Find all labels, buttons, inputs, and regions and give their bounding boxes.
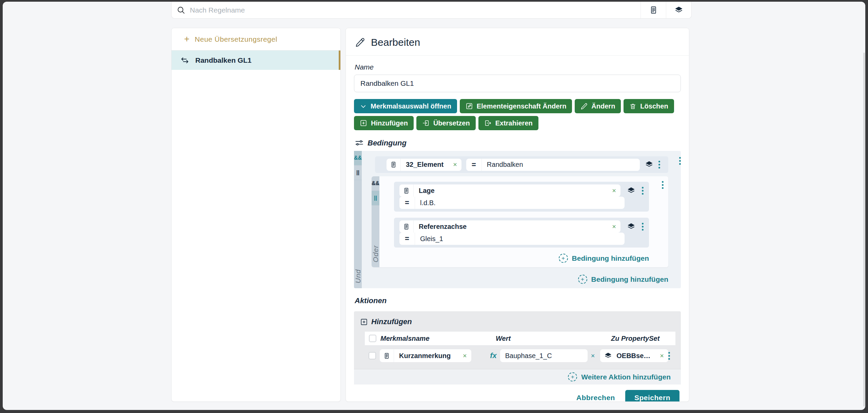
remove-property-button[interactable]: × xyxy=(608,187,620,195)
operator-selector[interactable]: = xyxy=(399,197,415,209)
new-rule-label: Neue Übersetzungsregel xyxy=(195,35,277,43)
search-input[interactable] xyxy=(190,2,640,18)
remove-merkmal-button[interactable]: × xyxy=(458,352,471,360)
condition-value[interactable]: Randbalken xyxy=(482,161,528,169)
change-element-property-button[interactable]: Elementeigenschaft Ändern xyxy=(460,99,572,113)
button-label: Ändern xyxy=(591,102,615,110)
pencil-icon xyxy=(580,103,588,110)
rule-name-input[interactable] xyxy=(354,75,681,92)
actions-add-header[interactable]: Hinzufügen xyxy=(360,317,675,326)
action-row: Kurzanmerkung × fx Bauphase_1_C × xyxy=(365,345,675,366)
delete-button[interactable]: Löschen xyxy=(624,99,674,113)
condition-row-menu-button[interactable] xyxy=(658,161,660,169)
propertyset-chip[interactable]: OEBBse… × xyxy=(600,349,668,362)
condition-row-menu-button[interactable] xyxy=(642,223,644,231)
layers-filter-button[interactable] xyxy=(666,2,691,18)
extract-button[interactable]: Extrahieren xyxy=(478,116,538,130)
add-condition-link-outer[interactable]: + Bedingung hinzufügen xyxy=(375,275,668,284)
plus-square-icon xyxy=(360,119,367,127)
plus-icon: + xyxy=(184,35,190,44)
operator-selector[interactable]: = xyxy=(466,159,482,171)
pencil-icon xyxy=(355,37,365,47)
document-icon xyxy=(380,349,394,362)
remove-property-button[interactable]: × xyxy=(608,223,620,231)
nested-group-rail: && || Oder xyxy=(372,176,379,267)
property-name: 32_Element xyxy=(401,161,449,169)
add-condition-link-nested[interactable]: + Bedingung hinzufügen xyxy=(394,254,649,263)
propertyset-button[interactable] xyxy=(627,186,636,195)
condition-card: Lage × xyxy=(394,182,649,212)
button-label: Hinzufügen xyxy=(371,119,408,127)
swap-arrows-icon xyxy=(180,56,190,65)
change-button[interactable]: Ändern xyxy=(575,99,621,113)
action-row-menu-button[interactable] xyxy=(668,352,670,360)
layers-icon xyxy=(674,5,684,15)
document-filter-button[interactable] xyxy=(641,2,666,18)
outer-or-toggle[interactable]: || xyxy=(354,165,362,180)
outer-group-menu-button[interactable] xyxy=(679,157,681,165)
scrollbar[interactable] xyxy=(863,53,865,407)
property-name: Referenzachse xyxy=(414,223,472,231)
rule-list-item[interactable]: Randbalken GL1 xyxy=(172,51,340,70)
outer-and-toggle[interactable]: && xyxy=(354,151,362,165)
button-label: Extrahieren xyxy=(495,119,533,127)
layers-icon xyxy=(627,222,636,231)
document-icon xyxy=(387,159,401,171)
property-chip[interactable]: Referenzachse × xyxy=(399,220,620,233)
content-columns: + Neue Übersetzungsregel Randbalken GL1 … xyxy=(171,28,689,402)
rule-list-panel: + Neue Übersetzungsregel Randbalken GL1 xyxy=(171,28,341,402)
condition-card: Referenzachse × xyxy=(394,218,649,248)
property-chip[interactable]: Lage × xyxy=(399,184,620,197)
property-chip[interactable]: 32_Element × xyxy=(387,159,461,171)
select-all-checkbox[interactable] xyxy=(369,335,376,342)
actions-panel: Hinzufügen Merkmalsname Wert Zu Property… xyxy=(354,311,681,383)
cancel-button[interactable]: Abbrechen xyxy=(576,394,615,402)
add-button[interactable]: Hinzufügen xyxy=(354,116,414,130)
actions-table: Merkmalsname Wert Zu PropertySet xyxy=(365,332,675,366)
condition-value[interactable]: l.d.B. xyxy=(415,199,441,207)
sliders-icon xyxy=(355,138,364,148)
save-button[interactable]: Speichern xyxy=(625,390,679,402)
condition-value[interactable]: Gleis_1 xyxy=(415,235,448,243)
open-attribute-selection-button[interactable]: Merkmalsauswahl öffnen xyxy=(354,99,457,113)
row-checkbox[interactable] xyxy=(369,352,376,359)
button-label: Merkmalsauswahl öffnen xyxy=(371,102,451,110)
clear-wert-button[interactable]: × xyxy=(591,352,595,360)
remove-propertyset-button[interactable]: × xyxy=(655,352,668,360)
nested-or-toggle[interactable]: || xyxy=(372,191,379,205)
section-title: Bedingung xyxy=(368,139,407,148)
app-window: + Neue Übersetzungsregel Randbalken GL1 … xyxy=(3,2,865,410)
add-action-link[interactable]: + Weitere Aktion hinzufügen xyxy=(568,372,671,381)
name-label: Name xyxy=(355,63,680,71)
plus-square-icon xyxy=(360,318,368,326)
section-title: Aktionen xyxy=(355,296,387,305)
new-rule-button[interactable]: + Neue Übersetzungsregel xyxy=(172,28,340,51)
remove-property-button[interactable]: × xyxy=(449,161,461,169)
nested-and-toggle[interactable]: && xyxy=(372,176,379,191)
layers-icon xyxy=(627,186,636,195)
condition-row-menu-button[interactable] xyxy=(642,187,644,195)
search-icon xyxy=(172,2,190,18)
actions-add-header-label: Hinzufügen xyxy=(371,317,412,326)
propertyset-button[interactable] xyxy=(645,160,654,169)
propertyset-button[interactable] xyxy=(627,222,636,231)
merkmal-chip[interactable]: Kurzanmerkung × xyxy=(380,349,471,362)
column-header-merkmalsname: Merkmalsname xyxy=(380,335,496,342)
layers-icon xyxy=(645,160,654,169)
box-arrow-out-icon xyxy=(484,119,492,127)
condition-value-box: = Gleis_1 xyxy=(399,233,625,245)
editor-toolbar: Merkmalsauswahl öffnen Elementeigenschaf… xyxy=(354,99,681,130)
button-label: Löschen xyxy=(640,102,668,110)
dashed-plus-icon: + xyxy=(568,372,577,381)
condition-section-label: Bedingung xyxy=(355,138,680,148)
condition-builder: && || Und 32_Element xyxy=(354,151,681,288)
nested-group-menu-button[interactable] xyxy=(662,181,664,189)
wert-input[interactable]: Bauphase_1_C xyxy=(500,349,588,362)
nested-group-content: Lage × xyxy=(379,176,668,267)
translate-button[interactable]: Übersetzen xyxy=(416,116,476,130)
formula-icon[interactable]: fx xyxy=(490,351,497,360)
editor-footer: Abbrechen Speichern xyxy=(354,390,681,402)
operator-selector[interactable]: = xyxy=(399,233,415,245)
editor-body: Name Merkmalsauswahl öffnen Elementeigen… xyxy=(346,56,689,402)
outer-group-content: 32_Element × = Randbalken xyxy=(362,151,685,288)
